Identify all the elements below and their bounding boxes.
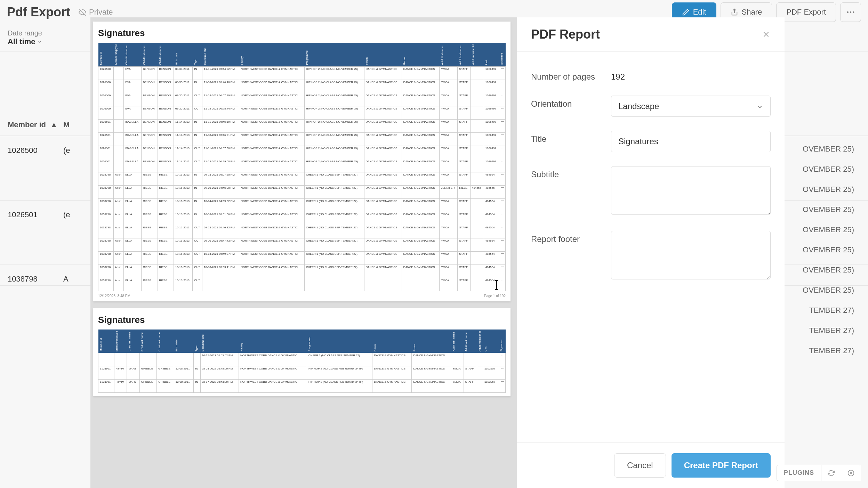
pdf-col-header: Child first name bbox=[124, 43, 142, 66]
pdf-cell: ELLA bbox=[124, 278, 142, 291]
pdf-cell: 10-16-2013 bbox=[174, 251, 193, 265]
pdf-cell: 11-14-2013 bbox=[174, 159, 193, 172]
close-plugins-button[interactable] bbox=[841, 465, 861, 481]
pdf-cell: IN bbox=[193, 66, 202, 80]
pdf-cell: OUT bbox=[193, 106, 202, 119]
pdf-cell: OUT bbox=[193, 225, 202, 238]
pdf-cell: CHEER 1 (NO CLASS SEP-TEMBER 27) bbox=[304, 212, 364, 225]
cancel-button[interactable]: Cancel bbox=[614, 453, 666, 478]
pdf-cell: NORTHWEST COBB DANCE & GYMNASTIC bbox=[239, 106, 305, 119]
pdf-cell: STAFF bbox=[458, 80, 471, 93]
pdf-table-row: 1038798AdultELLARIESERIESE10-16-2013IN10… bbox=[98, 212, 506, 225]
pdf-preview-pane[interactable]: Signatures Member idMembershiptypeChild … bbox=[90, 17, 517, 488]
settings-header: PDF Report bbox=[517, 17, 785, 52]
pdf-cell bbox=[477, 380, 483, 393]
pdf-cell: DANCE & GYMNASTICS bbox=[364, 172, 402, 185]
pdf-settings-pane: PDF Report Number of pages 192 Orientati… bbox=[517, 17, 785, 488]
pdf-cell bbox=[114, 353, 127, 366]
pdf-cell: 12-08-2011 bbox=[174, 380, 194, 393]
pdf-cell: BENSON bbox=[158, 119, 174, 132]
pdf-cell: ISABELLA bbox=[124, 146, 142, 159]
pages-value: 192 bbox=[611, 68, 771, 82]
pdf-cell: OUT bbox=[193, 146, 202, 159]
pdf-cell: EVA bbox=[124, 66, 142, 80]
pdf-cell: DANCE & GYMNASTICS bbox=[402, 132, 439, 146]
pdf-cell: NORTHWEST COBB DANCE & GYMNASTIC bbox=[239, 146, 305, 159]
pdf-cell: 11-11-2021 05:44:22 PM bbox=[202, 66, 239, 80]
pdf-cell: 09-30-2011 bbox=[174, 93, 193, 106]
refresh-button[interactable] bbox=[821, 465, 841, 481]
pdf-cell: Family bbox=[114, 380, 127, 393]
pdf-table-row: 1026500EVABENSONBENSON09-30-2011IN11-11-… bbox=[98, 66, 506, 80]
pdf-cell bbox=[202, 278, 239, 291]
pdf-col-header: Adult member id bbox=[477, 330, 483, 353]
pdf-cell: GRIBBLE bbox=[139, 366, 157, 380]
plugins-label[interactable]: PLUGINS bbox=[777, 465, 821, 481]
pdf-cell: 10-16-2013 bbox=[174, 185, 193, 198]
pdf-cell: NORTHWEST COBB DANCE & GYMNASTIC bbox=[239, 225, 305, 238]
pdf-cell bbox=[113, 146, 124, 159]
pdf-cell: RIESE bbox=[142, 225, 158, 238]
pdf-table-row: 1038798AdultELLARIESERIESE10-16-2013OUT1… bbox=[98, 265, 506, 278]
pdf-cell: NORTHWEST COBB DANCE & GYMNASTIC bbox=[239, 185, 305, 198]
create-pdf-button[interactable]: Create PDF Report bbox=[672, 453, 771, 478]
pdf-cell: YMCA bbox=[440, 265, 458, 278]
orientation-select[interactable]: Landscape bbox=[611, 96, 771, 117]
pdf-cell: Adult bbox=[113, 198, 124, 212]
orientation-row: Orientation Landscape bbox=[531, 96, 771, 117]
pdf-cell: 10-16-2013 bbox=[174, 198, 193, 212]
pdf-cell: DANCE & GYMNASTICS bbox=[402, 146, 439, 159]
close-button[interactable] bbox=[762, 30, 771, 39]
pdf-cell: HIP HOP 2 (NO CLASS NO-VEMBER 25) bbox=[304, 106, 364, 119]
pdf-cell: RIESE bbox=[142, 238, 158, 251]
pdf-cell: DANCE & GYMNASTICS bbox=[364, 106, 402, 119]
pdf-cell: 1038798 bbox=[98, 278, 114, 291]
title-input[interactable] bbox=[611, 131, 771, 152]
pdf-col-header: Adult last name bbox=[464, 330, 477, 353]
subtitle-textarea[interactable] bbox=[611, 166, 771, 215]
pdf-table-row: 1103961FamilyMARYGRIBBLEGRIBBLE12-08-201… bbox=[98, 380, 506, 393]
pdf-cell: Adult bbox=[113, 238, 124, 251]
pdf-col-header: Unit bbox=[484, 43, 499, 66]
signature-cell: 〰︎ bbox=[499, 225, 506, 238]
pdf-cell bbox=[471, 66, 484, 80]
pdf-cell: RIESE bbox=[158, 185, 174, 198]
pdf-cell: 484554 bbox=[484, 225, 499, 238]
pdf-cell bbox=[471, 198, 484, 212]
pdf-cell: YMCA bbox=[440, 66, 458, 80]
pdf-page-title: Signatures bbox=[98, 28, 506, 39]
pdf-cell: DANCE & GYMNASTICS bbox=[364, 93, 402, 106]
pdf-cell: STAFF bbox=[458, 278, 471, 291]
pdf-col-header: Adult first name bbox=[440, 43, 458, 66]
pdf-cell: STAFF bbox=[458, 66, 471, 80]
pdf-cell: RIESE bbox=[142, 251, 158, 265]
footer-textarea[interactable] bbox=[611, 231, 771, 279]
pdf-cell: DANCE & GYMNASTICS bbox=[372, 366, 412, 380]
pdf-cell: DANCE & GYMNASTICS bbox=[402, 265, 439, 278]
pdf-cell: IN bbox=[193, 198, 202, 212]
pdf-cell: YMCA bbox=[440, 212, 458, 225]
pdf-col-header: Signature bbox=[499, 43, 506, 66]
pdf-table-row: 1026501ISABELLABENSONBENSON11-14-2013OUT… bbox=[98, 146, 506, 159]
pdf-col-header: Unit bbox=[483, 330, 499, 353]
pdf-cell: ELLA bbox=[124, 251, 142, 265]
pdf-cell bbox=[194, 353, 200, 366]
pdf-cell: RIESE bbox=[158, 278, 174, 291]
pdf-cell: 1026501 bbox=[98, 132, 114, 146]
pdf-cell: 10-16-2013 bbox=[174, 225, 193, 238]
pdf-cell: 1103957 bbox=[483, 366, 499, 380]
pdf-cell: 11-11-2021 05:45:19 PM bbox=[202, 119, 239, 132]
pdf-cell: NORTHWEST COBB DANCE & GYMNASTIC bbox=[239, 366, 307, 380]
pdf-cell: YMCA bbox=[440, 80, 458, 93]
pdf-cell: YMCA bbox=[440, 93, 458, 106]
signature-cell: 〰︎ bbox=[499, 172, 506, 185]
pdf-cell: 1026497 bbox=[484, 93, 499, 106]
pdf-cell: 1026501 bbox=[98, 119, 114, 132]
pdf-cell: ELLA bbox=[124, 198, 142, 212]
pdf-cell: 1038798 bbox=[98, 238, 114, 251]
pdf-cell: YMCA bbox=[451, 366, 464, 380]
pdf-cell: YMCA bbox=[451, 380, 464, 393]
pdf-cell: YMCA bbox=[440, 198, 458, 212]
pdf-cell: 1026497 bbox=[484, 80, 499, 93]
pdf-cell bbox=[471, 172, 484, 185]
